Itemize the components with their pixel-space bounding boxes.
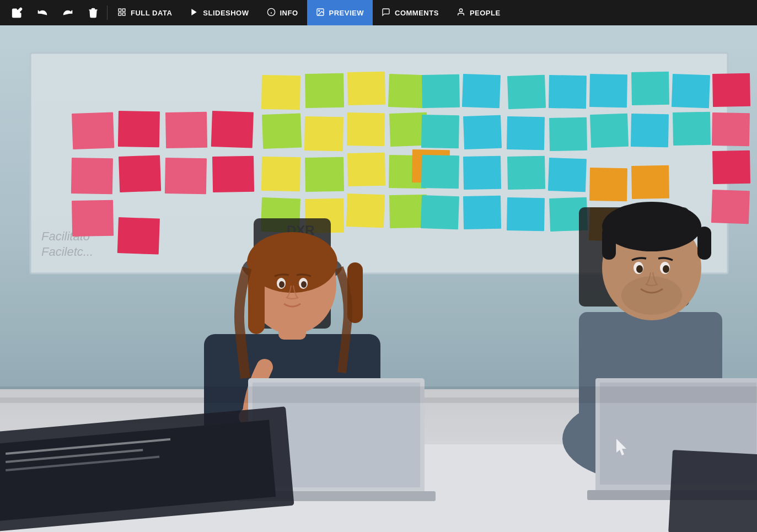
redo-button[interactable] (55, 0, 80, 25)
slideshow-button[interactable]: SLIDESHOW (181, 0, 257, 25)
preview-label: PREVIEW (329, 9, 364, 17)
svg-marker-4 (192, 9, 197, 15)
comments-label: COMMENTS (395, 9, 439, 17)
comments-button[interactable]: COMMENTS (373, 0, 448, 25)
comments-icon (382, 8, 390, 18)
info-button[interactable]: INFO (258, 0, 307, 25)
slideshow-icon (190, 8, 198, 18)
info-icon (267, 8, 276, 18)
scene-svg: Facilitato Faciletc... (0, 25, 757, 532)
info-label: INFO (280, 9, 298, 17)
svg-rect-0 (119, 9, 121, 12)
edit-button[interactable] (4, 0, 30, 25)
svg-rect-3 (122, 13, 125, 15)
svg-point-9 (318, 10, 319, 11)
undo-button[interactable] (30, 0, 55, 25)
svg-rect-2 (119, 13, 121, 15)
preview-icon (316, 8, 325, 18)
toolbar-divider (107, 6, 108, 20)
preview-button[interactable]: PREVIEW (307, 0, 373, 25)
photo-preview: Facilitato Faciletc... (0, 25, 757, 532)
people-label: PEOPLE (470, 9, 501, 17)
full-data-icon (117, 8, 126, 18)
toolbar: FULL DATA SLIDESHOW INFO PREVIEW (0, 0, 757, 25)
slideshow-label: SLIDESHOW (203, 9, 249, 17)
svg-rect-1 (122, 9, 125, 12)
people-icon (457, 8, 465, 18)
svg-point-10 (459, 9, 462, 12)
full-data-label: FULL DATA (131, 9, 172, 17)
svg-rect-119 (0, 25, 757, 532)
people-button[interactable]: PEOPLE (448, 0, 509, 25)
full-data-button[interactable]: FULL DATA (109, 0, 181, 25)
delete-button[interactable] (80, 0, 106, 25)
